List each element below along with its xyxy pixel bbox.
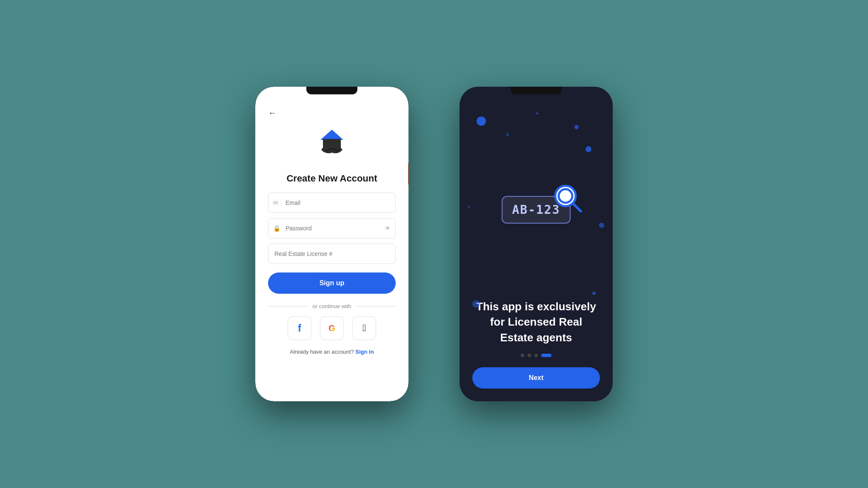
apple-button[interactable]: : [352, 316, 376, 340]
email-field[interactable]: [268, 193, 396, 213]
divider-line-right: [356, 306, 396, 306]
search-icon: [553, 183, 583, 214]
screen-2: AB-123 This app is exclusively for Licen…: [460, 87, 613, 401]
eye-icon[interactable]: 👁: [385, 225, 391, 232]
screen-1: ← Create New Account ✉ 🔒 👁: [255, 87, 408, 401]
license-field[interactable]: [268, 244, 396, 264]
divider-text: or continue with: [312, 303, 351, 309]
dot-indicator-3: [534, 354, 538, 357]
app-logo: [313, 126, 351, 165]
signup-button[interactable]: Sign up: [268, 272, 396, 294]
phone-1: ← Create New Account ✉ 🔒 👁: [255, 87, 408, 401]
dot-indicator-2: [528, 354, 531, 357]
dot-indicator-4: [541, 354, 551, 357]
divider-line-left: [268, 306, 308, 306]
search-icon-wrapper: [553, 183, 583, 216]
password-wrapper: 🔒 👁: [268, 218, 396, 238]
google-icon: G: [328, 323, 335, 333]
signin-prompt: Already have an account?: [290, 349, 354, 355]
apple-icon: : [363, 323, 366, 334]
illustration-area: AB-123: [472, 108, 600, 286]
next-button[interactable]: Next: [472, 367, 600, 389]
dot-7: [592, 292, 596, 295]
lock-icon: 🔒: [273, 225, 280, 232]
dot-indicator-1: [521, 354, 524, 357]
main-text: This app is exclusively for Licensed Rea…: [472, 299, 600, 345]
facebook-button[interactable]: f: [288, 316, 311, 340]
signin-row: Already have an account? Sign in: [290, 349, 374, 355]
social-buttons: f G : [288, 316, 376, 340]
back-button[interactable]: ←: [268, 108, 277, 118]
svg-line-4: [573, 204, 581, 211]
password-field[interactable]: [268, 218, 396, 238]
page-title: Create New Account: [286, 173, 377, 184]
svg-marker-0: [320, 130, 343, 140]
dot-8: [468, 206, 470, 208]
illustration-wrapper: AB-123: [502, 196, 570, 224]
email-wrapper: ✉: [268, 193, 396, 213]
dot-6: [472, 300, 480, 308]
email-icon: ✉: [273, 199, 278, 206]
phone-2: AB-123 This app is exclusively for Licen…: [460, 87, 613, 401]
google-button[interactable]: G: [320, 316, 344, 340]
signin-link[interactable]: Sign in: [355, 349, 374, 355]
dot-indicators: [521, 354, 551, 357]
license-wrapper: [268, 244, 396, 264]
divider: or continue with: [268, 303, 396, 309]
power-button: [408, 163, 408, 184]
